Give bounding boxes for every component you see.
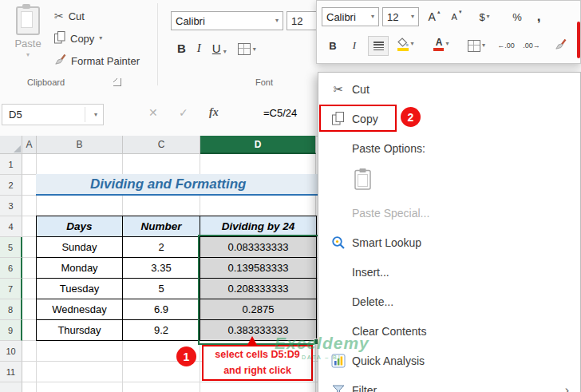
chevron-down-icon <box>253 46 256 53</box>
row-header-3[interactable]: 3 <box>0 196 22 216</box>
chevron-down-icon <box>445 41 449 47</box>
row-header-12-partial[interactable] <box>0 382 22 392</box>
cancel-button[interactable]: ✕ <box>148 106 158 119</box>
font-name-value: Calibri <box>176 15 205 27</box>
menu-item-cut[interactable]: ✂ Cut <box>318 74 580 104</box>
column-header-a[interactable]: A <box>22 136 37 154</box>
increase-decimal-button[interactable]: ←.00 <box>494 36 518 55</box>
column-header-d-selected[interactable]: D <box>200 136 316 154</box>
font-size-combo[interactable]: 12 <box>287 11 318 30</box>
column-header-c[interactable]: C <box>123 136 200 154</box>
borders-button[interactable] <box>238 43 256 55</box>
mini-font-name-combo[interactable]: Calibri <box>322 7 379 26</box>
cell-C9[interactable]: 9.2 <box>122 319 200 341</box>
cell-B5[interactable]: Sunday <box>36 236 123 258</box>
name-box[interactable]: D5 <box>2 104 104 125</box>
row-header-9[interactable]: 9 <box>0 320 22 341</box>
cell-C5[interactable]: 2 <box>122 236 200 258</box>
bold-button[interactable]: B <box>177 42 186 55</box>
underline-button[interactable]: U <box>212 42 227 55</box>
menu-item-label: Cut <box>352 83 370 96</box>
cell-title-B2[interactable]: Dividing and Formatting <box>36 174 318 196</box>
chevron-down-icon <box>99 35 102 42</box>
menu-item-filter[interactable]: Filter › <box>318 375 580 392</box>
table-header-dividing[interactable]: Dividing by 24 <box>200 216 317 237</box>
menu-item-clear-contents[interactable]: Clear Contents <box>318 316 580 346</box>
font-group-label: Font <box>255 77 273 87</box>
cell-B8[interactable]: Wednesday <box>36 299 123 320</box>
mini-italic-button[interactable]: I <box>347 36 362 55</box>
italic-button[interactable]: I <box>197 42 201 55</box>
cell-C6[interactable]: 3.35 <box>122 257 200 279</box>
mini-toolbar: Calibri 12 A▴ A▾ $ % , B I A ←.00 .00→ <box>316 0 581 64</box>
table-header-number[interactable]: Number <box>122 216 200 237</box>
menu-item-quick-analysis[interactable]: Quick Analysis <box>318 346 580 375</box>
align-center-button[interactable] <box>368 36 389 56</box>
row-header-7[interactable]: 7 <box>0 279 22 299</box>
row-header-2[interactable]: 2 <box>0 175 22 196</box>
font-name-combo[interactable]: Calibri <box>171 11 283 30</box>
excel-window: Paste ✂ Cut Copy Format Painter Clipboar… <box>0 0 581 392</box>
menu-item-label: Filter <box>352 384 377 392</box>
decrease-decimal-button[interactable]: .00→ <box>520 36 543 55</box>
red-annotation-edge <box>577 22 580 58</box>
grow-font-button[interactable]: A▴ <box>424 7 445 26</box>
row-header-6[interactable]: 6 <box>0 258 22 279</box>
shrink-font-label: A <box>452 12 457 22</box>
grow-font-label: A <box>429 10 436 23</box>
chevron-down-icon <box>275 18 279 24</box>
table-header-days[interactable]: Days <box>36 216 123 237</box>
menu-item-delete[interactable]: Delete... <box>318 287 580 316</box>
paste-clipboard-button[interactable] <box>354 168 373 194</box>
cell-B9[interactable]: Thursday <box>36 319 123 341</box>
borders-icon <box>238 43 251 55</box>
cell-C7[interactable]: 5 <box>122 278 200 299</box>
ribbon-copy-button[interactable]: Copy <box>54 29 102 48</box>
format-painter-button[interactable]: Format Painter <box>54 51 140 70</box>
mini-format-painter-button[interactable] <box>550 36 571 55</box>
row-header-11[interactable]: 11 <box>0 362 22 382</box>
percent-style-button[interactable]: % <box>508 7 526 26</box>
select-all-corner[interactable] <box>0 136 22 154</box>
insert-function-button[interactable]: fx <box>209 106 219 119</box>
chevron-down-icon <box>371 14 374 20</box>
paste-button[interactable]: Paste <box>6 4 49 73</box>
font-color-button[interactable]: A <box>429 34 454 53</box>
chevron-down-icon <box>487 14 490 20</box>
fill-color-button[interactable] <box>392 34 419 53</box>
menu-item-smart-lookup[interactable]: Smart Lookup <box>318 228 580 257</box>
font-size-value: 12 <box>291 15 302 27</box>
quick-analysis-icon <box>325 354 352 368</box>
submenu-arrow-icon: › <box>565 383 569 392</box>
row-header-10[interactable]: 10 <box>0 341 22 362</box>
column-header-b[interactable]: B <box>37 136 123 154</box>
cell-B6[interactable]: Monday <box>36 257 123 279</box>
cell-B7[interactable]: Tuesday <box>36 278 123 299</box>
menu-item-paste-special[interactable]: Paste Special... <box>318 198 580 228</box>
enter-button[interactable]: ✓ <box>179 106 188 119</box>
cell-C8[interactable]: 6.9 <box>122 299 200 320</box>
row-header-5[interactable]: 5 <box>0 237 22 258</box>
row-header-4[interactable]: 4 <box>0 216 22 237</box>
scissors-icon: ✂ <box>325 83 352 95</box>
chevron-down-icon <box>94 112 97 118</box>
row-header-8[interactable]: 8 <box>0 299 22 320</box>
selection-border-D5-D9 <box>198 235 321 345</box>
menu-item-insert[interactable]: Insert... <box>318 257 580 287</box>
comma-style-button[interactable]: , <box>531 7 547 26</box>
chevron-down-icon <box>26 52 30 58</box>
chevron-down-icon <box>411 14 414 20</box>
accounting-format-button[interactable]: $ <box>472 7 497 26</box>
scissors-icon: ✂ <box>54 10 64 22</box>
ribbon-cut-button[interactable]: ✂ Cut <box>54 6 85 26</box>
shrink-font-button[interactable]: A▾ <box>446 7 467 26</box>
dialog-launcher-icon[interactable] <box>113 78 121 86</box>
mini-font-size-value: 12 <box>387 11 398 23</box>
menu-item-label: Insert... <box>352 266 389 279</box>
mini-font-size-combo[interactable]: 12 <box>382 7 419 26</box>
mini-bold-button[interactable]: B <box>325 36 341 55</box>
brush-icon <box>54 53 66 68</box>
formula-input[interactable]: =C5/24 <box>263 107 297 119</box>
row-header-1[interactable]: 1 <box>0 154 22 175</box>
mini-borders-button[interactable] <box>464 36 489 55</box>
